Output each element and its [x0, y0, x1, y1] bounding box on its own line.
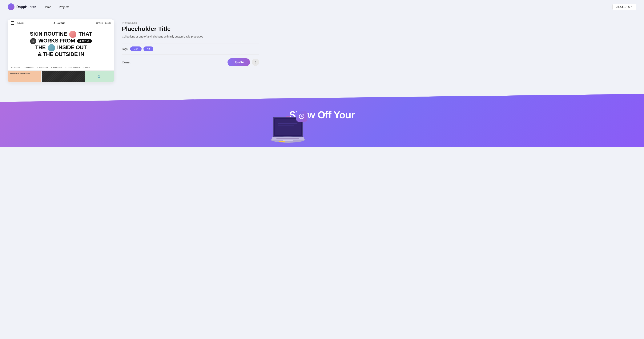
upvote-section: Upvote 5: [228, 58, 259, 66]
panel-green: [85, 71, 114, 82]
hero-that: THAT: [78, 31, 92, 37]
divider-1: [122, 43, 259, 43]
hamburger-icon[interactable]: [11, 21, 14, 25]
panel-dark: [42, 71, 85, 82]
logo[interactable]: DappHunter: [8, 3, 36, 10]
search-label[interactable]: SEARCH: [96, 22, 103, 24]
bottom-section: Show Off Your: [0, 94, 644, 147]
tag-defi[interactable]: Defi: [130, 46, 142, 51]
upvote-button[interactable]: Upvote: [228, 58, 250, 66]
nav-toners[interactable]: ◈ Toners and Mists: [65, 67, 80, 68]
panel-pink: SUSTAINABLE COSMETICS: [8, 71, 41, 82]
avatar-1: [69, 31, 76, 38]
tags-row: Tags: Defi Nft: [122, 46, 259, 51]
svg-rect-6: [283, 140, 293, 141]
site-header-right: SEARCH BAG (0): [96, 22, 111, 24]
svg-rect-11: [286, 116, 290, 117]
hero-line-2: WORKS FROM JOIN US: [11, 38, 111, 44]
site-hero: SKIN ROUTINE THAT WORKS FROM JOIN US THE…: [8, 27, 114, 65]
project-name-label: Project Name: [122, 21, 259, 24]
nav-links: Home Projects: [44, 5, 612, 8]
owner-label: Owner:: [122, 61, 131, 64]
hero-line-4: & THE OUTSIDE IN: [11, 51, 111, 57]
vote-count: 5: [252, 59, 259, 66]
tag-nft[interactable]: Nft: [144, 46, 154, 51]
nav-moisturisers[interactable]: ⊞ Moisturisers: [37, 67, 48, 68]
nav-projects[interactable]: Projects: [59, 5, 69, 8]
sale-tag: % SALE: [17, 22, 24, 24]
site-nav-menu: Cleansers ◆ Treatments ⊞ Moisturisers Su…: [8, 65, 114, 70]
nav-treatments[interactable]: ◆ Treatments: [24, 67, 34, 68]
owner-row: Owner: Upvote 5: [122, 58, 259, 66]
notification-badge: [296, 111, 307, 122]
flower-icon: [97, 74, 102, 79]
site-panels: SUSTAINABLE COSMETICS: [8, 70, 114, 82]
nav-masks[interactable]: ✕ Masks: [83, 67, 90, 68]
project-title: Placeholder Title: [122, 25, 259, 32]
svg-rect-10: [279, 141, 285, 142]
preview-card: % SALE Allurena SEARCH BAG (0) SKIN ROUT…: [8, 19, 114, 82]
laptop-illustration: [269, 113, 311, 147]
navbar: DappHunter Home Projects 0x0Cf...7F6: [0, 0, 644, 14]
site-brand: Allurena: [54, 21, 66, 24]
logo-text: DappHunter: [16, 5, 36, 9]
nav-cleansers[interactable]: Cleansers: [11, 67, 20, 68]
wallet-button[interactable]: 0x0Cf...7F6: [612, 3, 636, 10]
nav-home[interactable]: Home: [44, 5, 51, 8]
project-description: Collections or one-of-a-kind tokens with…: [122, 35, 259, 39]
main-content: % SALE Allurena SEARCH BAG (0) SKIN ROUT…: [0, 14, 267, 90]
hero-headline: SKIN ROUTINE THAT WORKS FROM JOIN US THE…: [11, 31, 111, 57]
avatar-2: [48, 44, 55, 51]
logo-icon: [8, 3, 14, 10]
notification-ring: [299, 114, 304, 119]
hero-line-3: THE INSIDE OUT: [11, 44, 111, 51]
hero-line-1: SKIN ROUTINE THAT: [11, 31, 111, 38]
bag-label[interactable]: BAG (0): [105, 22, 111, 24]
site-header: % SALE Allurena SEARCH BAG (0): [8, 19, 114, 27]
bottom-content: Show Off Your: [0, 94, 644, 128]
project-info: Project Name Placeholder Title Collectio…: [122, 19, 259, 82]
tags-label: Tags:: [122, 47, 128, 50]
svg-rect-5: [276, 138, 299, 139]
vinyl-icon: [30, 38, 36, 44]
nav-sunscreens[interactable]: Sunscreens: [51, 67, 62, 68]
sustainable-text: SUSTAINABLE COSMETICS: [10, 73, 30, 74]
divider-2: [122, 54, 259, 54]
join-us-pill[interactable]: JOIN US: [77, 39, 92, 43]
